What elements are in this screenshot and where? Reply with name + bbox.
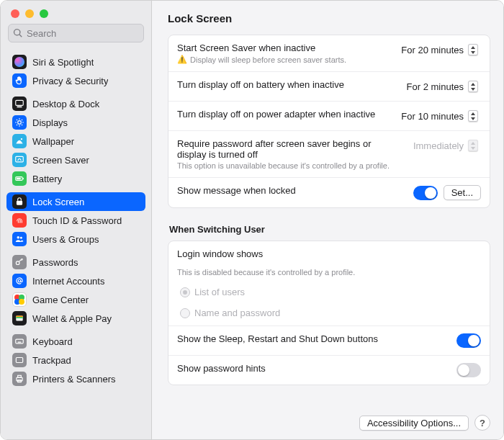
sidebar-item-label: Trackpad [32, 355, 71, 366]
svg-rect-19 [18, 375, 22, 377]
sidebar-item-internet-accounts[interactable]: Internet Accounts [6, 271, 145, 290]
svg-rect-1 [17, 107, 22, 108]
svg-rect-8 [17, 201, 22, 205]
sidebar-item-label: Lock Screen [32, 197, 84, 207]
printer-icon [12, 372, 27, 386]
wallet-icon [12, 311, 27, 325]
sidebar-item-displays[interactable]: Displays [6, 113, 145, 132]
sidebar-item-label: Wallpaper [32, 136, 74, 147]
row-show-hints: Show password hints [168, 356, 490, 385]
zoom-window-button[interactable] [40, 9, 48, 18]
stepper-icon [468, 44, 478, 55]
display-power-label: Turn display off on power adapter when i… [177, 109, 388, 120]
sidebar-item-keyboard[interactable]: Keyboard [6, 332, 145, 351]
svg-point-9 [17, 236, 20, 239]
show-buttons-toggle[interactable] [456, 333, 481, 348]
require-password-note: This option is unavailable because it's … [177, 161, 400, 170]
touchid-icon [12, 213, 27, 228]
sidebar-item-battery[interactable]: Battery [6, 169, 145, 188]
sidebar: Search Siri & SpotlightPrivacy & Securit… [1, 1, 152, 439]
row-require-password: Require password after screen saver begi… [168, 131, 490, 178]
row-login-window: Login window shows This is disabled beca… [168, 241, 490, 326]
trackpad-icon [12, 353, 27, 367]
stepper-icon [468, 110, 478, 122]
show-message-label: Show message when locked [177, 185, 406, 196]
display-battery-label: Turn display off on battery when inactiv… [177, 79, 394, 90]
radio-icon [180, 308, 190, 318]
svg-point-11 [16, 261, 19, 265]
switching-user-panel: Login window shows This is disabled beca… [168, 241, 490, 385]
lock-screen-panel: Start Screen Saver when inactive ⚠️ Disp… [168, 35, 490, 208]
sidebar-item-label: Touch ID & Password [32, 215, 122, 226]
screensaver-label: Start Screen Saver when inactive [177, 42, 388, 53]
sidebar-item-lock-screen[interactable]: Lock Screen [6, 192, 145, 211]
show-buttons-label: Show the Sleep, Restart and Shut Down bu… [177, 333, 378, 344]
sidebar-item-wallet[interactable]: Wallet & Apple Pay [6, 309, 145, 328]
svg-rect-6 [23, 178, 24, 179]
sidebar-item-users-groups[interactable]: Users & Groups [6, 230, 145, 248]
sidebar-item-label: Printers & Scanners [32, 374, 116, 385]
accessibility-options-button[interactable]: Accessibility Options... [359, 416, 469, 431]
sidebar-item-label: Privacy & Security [32, 76, 108, 86]
sidebar-item-label: Users & Groups [32, 234, 99, 245]
sidebar-item-siri-spotlight[interactable]: Siri & Spotlight [6, 53, 145, 71]
minimize-window-button[interactable] [25, 9, 34, 18]
svg-rect-4 [16, 156, 24, 162]
svg-rect-7 [17, 178, 21, 179]
footer: Accessibility Options... ? [168, 409, 490, 431]
require-password-popup: Immediately [408, 138, 481, 153]
row-show-message: Show message when locked Set... [168, 178, 490, 207]
sidebar-item-label: Internet Accounts [32, 276, 104, 287]
sidebar-item-passwords[interactable]: Passwords [6, 253, 145, 271]
svg-rect-15 [16, 317, 22, 318]
page-title: Lock Screen [168, 12, 490, 24]
sidebar-item-label: Game Center [32, 295, 89, 305]
display-icon [12, 115, 27, 130]
switching-user-heading: When Switching User [169, 224, 490, 235]
svg-rect-17 [16, 358, 22, 363]
sidebar-item-desktop-dock[interactable]: Desktop & Dock [6, 94, 145, 113]
wallpaper-icon [12, 134, 27, 148]
sidebar-item-label: Battery [32, 174, 62, 184]
login-window-label: Login window shows [177, 248, 481, 259]
hand-icon [12, 73, 27, 88]
warning-icon: ⚠️ [177, 55, 187, 64]
at-icon [12, 274, 27, 288]
content-pane: Lock Screen Start Screen Saver when inac… [152, 1, 503, 439]
screensaver-warning: ⚠️ Display will sleep before screen save… [177, 55, 388, 64]
sidebar-item-label: Wallet & Apple Pay [32, 313, 112, 324]
close-window-button[interactable] [11, 9, 19, 18]
show-hints-label: Show password hints [177, 363, 266, 374]
sidebar-nav: Siri & SpotlightPrivacy & SecurityDeskto… [1, 48, 151, 439]
svg-point-10 [20, 237, 22, 239]
sidebar-item-screen-saver[interactable]: Screen Saver [6, 151, 145, 169]
sidebar-item-trackpad[interactable]: Trackpad [6, 351, 145, 369]
svg-rect-0 [16, 100, 24, 105]
help-button[interactable]: ? [474, 415, 490, 431]
sidebar-item-printers[interactable]: Printers & Scanners [6, 369, 145, 388]
search-input[interactable]: Search [8, 24, 144, 42]
display-battery-popup[interactable]: For 2 minutes [401, 79, 481, 94]
sidebar-item-touch-id[interactable]: Touch ID & Password [6, 211, 145, 230]
svg-point-3 [21, 138, 22, 140]
require-password-label: Require password after screen saver begi… [177, 138, 400, 160]
set-message-button[interactable]: Set... [444, 185, 481, 200]
sidebar-item-game-center[interactable]: Game Center [6, 290, 145, 309]
display-power-popup[interactable]: For 10 minutes [395, 109, 481, 123]
svg-rect-16 [16, 339, 24, 344]
radio-name-password: Name and password [177, 307, 481, 318]
screensaver-popup[interactable]: For 20 minutes [395, 42, 481, 57]
keyboard-icon [12, 334, 27, 349]
sidebar-item-privacy-security[interactable]: Privacy & Security [6, 71, 145, 90]
sidebar-item-wallpaper[interactable]: Wallpaper [6, 132, 145, 151]
show-message-toggle[interactable] [413, 186, 438, 200]
search-icon [13, 28, 23, 38]
window-controls [1, 1, 151, 24]
stepper-icon [468, 81, 478, 92]
show-hints-toggle[interactable] [456, 363, 481, 377]
svg-point-2 [18, 121, 22, 125]
radio-icon [180, 287, 190, 297]
sidebar-item-label: Siri & Spotlight [32, 57, 94, 68]
gamecenter-icon [12, 292, 27, 307]
search-placeholder: Search [27, 28, 56, 39]
